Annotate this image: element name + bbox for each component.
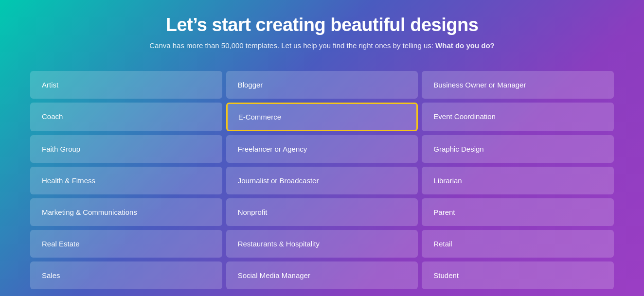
category-item[interactable]: Restaurants & Hospitality [226,230,418,258]
category-item[interactable]: Health & Fitness [30,167,222,194]
category-grid: ArtistBloggerBusiness Owner or ManagerCo… [30,71,614,289]
category-item[interactable]: Retail [422,230,614,258]
page-title: Let’s start creating beautiful designs [149,15,495,35]
category-item[interactable]: E-Commerce [226,103,418,131]
category-item[interactable]: Freelancer or Agency [226,135,418,163]
category-item[interactable]: Student [422,261,614,289]
category-item[interactable]: Nonprofit [226,198,418,226]
page-header: Let’s start creating beautiful designs C… [149,15,495,50]
category-item[interactable]: Marketing & Communications [30,198,222,226]
subtitle-text: Canva has more than 50,000 templates. Le… [149,41,433,50]
category-item[interactable]: Librarian [422,167,614,194]
category-item[interactable]: Journalist or Broadcaster [226,167,418,194]
category-item[interactable]: Graphic Design [422,135,614,163]
category-item[interactable]: Parent [422,198,614,226]
category-item[interactable]: Blogger [226,71,418,99]
subtitle-emphasis: What do you do? [435,41,495,50]
category-item[interactable]: Business Owner or Manager [422,71,614,99]
category-item[interactable]: Coach [30,103,222,131]
category-item[interactable]: Real Estate [30,230,222,258]
category-item[interactable]: Artist [30,71,222,99]
page-subtitle: Canva has more than 50,000 templates. Le… [149,41,495,50]
category-item[interactable]: Event Coordination [422,103,614,131]
category-item[interactable]: Faith Group [30,135,222,163]
category-item[interactable]: Social Media Manager [226,261,418,289]
category-item[interactable]: Sales [30,261,222,289]
